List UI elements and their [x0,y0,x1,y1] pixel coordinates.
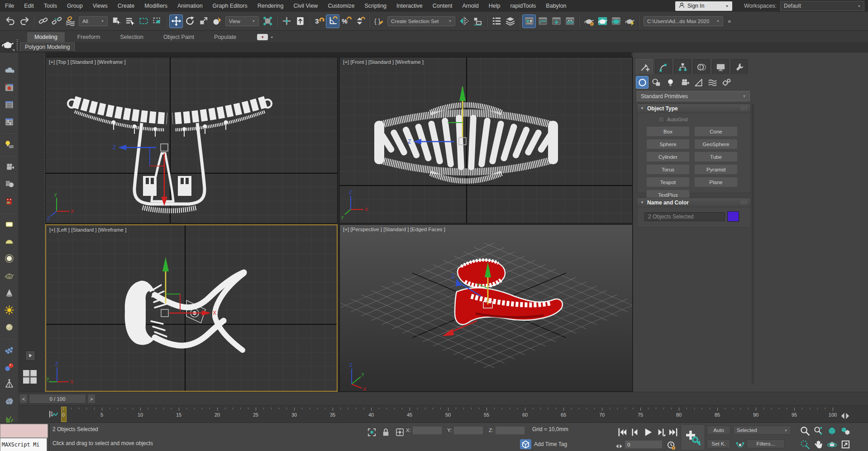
molecule-icon[interactable] [2,361,16,373]
frame-step-forward-button[interactable]: > [87,394,95,404]
cameras-icon[interactable] [678,76,690,88]
viewport-layout-tabs[interactable] [22,369,38,385]
object-type-button-teapot[interactable]: Teapot [646,177,690,187]
command-panel-scrollbar[interactable] [752,104,754,384]
select-by-name-icon[interactable] [124,15,136,28]
object-type-button-cylinder[interactable]: Cylinder [646,152,690,162]
zoom-extents-button[interactable] [826,425,838,436]
sign-in-button[interactable]: Sign In ▼ [675,1,732,11]
menu-animation[interactable]: Animation [172,0,208,12]
cone-icon[interactable] [2,286,16,299]
object-type-button-cone[interactable]: Cone [694,126,738,137]
menu-babylon[interactable]: Babylon [541,0,571,12]
spinner-snap-toggle-icon[interactable] [353,15,366,28]
go-to-end-button[interactable] [667,426,679,438]
track-bar-pan-icon[interactable] [839,409,851,422]
go-to-start-button[interactable] [616,426,629,438]
space-warps-icon[interactable] [706,76,718,88]
geometry-icon[interactable] [636,76,648,88]
area-light-icon[interactable] [2,218,16,230]
curve-editor-icon[interactable] [536,15,549,28]
select-and-manipulate-icon[interactable] [280,15,293,28]
mini-curve-editor-icon[interactable] [47,408,59,420]
pan-view-button[interactable] [812,439,825,450]
use-pivot-point-icon[interactable] [261,15,274,28]
object-type-button-geosphere[interactable]: GeoSphere [694,139,738,149]
dope-sheet-icon[interactable] [550,15,563,28]
viewport-front[interactable]: [+] [Front ] [Standard ] [Wireframe ] Z [339,57,633,223]
expand-panel-button[interactable] [25,351,35,361]
selection-filter-dropdown[interactable]: All▼ [79,16,108,26]
object-color-swatch[interactable] [727,211,739,222]
camera-sphere-icon[interactable] [2,178,16,190]
polygon-modeling-panel-button[interactable]: Polygon Modeling [20,43,75,52]
menu-rendering[interactable]: Rendering [253,0,289,12]
material-editor-icon[interactable] [582,15,595,28]
track-bar[interactable]: 0510152025303540455055606570758085909510… [18,405,868,423]
toolbar-overflow-chevron[interactable]: » [728,18,731,24]
frame-step-back-button[interactable]: < [19,394,28,404]
time-configuration-icon[interactable] [665,439,677,451]
unlink-selection-icon[interactable] [50,15,63,28]
ribbon-teapot-icon[interactable] [1,38,14,52]
menu-help[interactable]: Help [484,0,506,12]
ribbon-tab-populate[interactable]: Populate [207,32,243,42]
menu-group[interactable]: Group [62,0,88,12]
sun-icon[interactable] [2,304,16,316]
y-coordinate-field[interactable] [453,426,483,435]
select-object-icon[interactable] [110,15,123,28]
menu-tools[interactable]: Tools [39,0,62,12]
keyboard-shortcut-override-icon[interactable] [294,15,306,28]
zoom-region-button[interactable] [799,439,811,450]
next-frame-button[interactable] [654,426,667,438]
rendered-frame-window-icon[interactable] [610,15,622,28]
auto-key-button[interactable]: Auto [707,426,730,435]
modify-tab[interactable] [655,59,672,74]
time-tag-icon[interactable] [520,439,531,449]
time-slider-handle[interactable]: 0 / 100 [29,394,86,404]
align-icon[interactable] [471,15,484,28]
ribbon-minimize-control[interactable]: ▼ ▼ [257,34,273,42]
maxscript-mini-listener[interactable]: MAXScript Mi [0,424,48,451]
ribbon-tab-object-paint[interactable]: Object Paint [156,32,201,42]
camera-icon[interactable] [2,161,16,173]
object-type-button-sphere[interactable]: Sphere [646,139,690,149]
mirror-icon[interactable] [458,15,470,28]
viewport-left-label[interactable]: [+] [Left ] [Standard ] [Wireframe ] [49,227,126,233]
play-button[interactable] [641,426,654,438]
zoom-button[interactable] [799,425,811,436]
camera-red-icon[interactable] [2,195,16,208]
create-tab[interactable] [636,59,653,74]
set-keys-button[interactable] [681,424,705,451]
list-panel-icon[interactable] [2,98,16,111]
shapes-icon[interactable] [650,76,662,88]
angle-snap-toggle-icon[interactable] [326,15,339,28]
primitive-category-dropdown[interactable]: Standard Primitives ▼ [637,91,750,101]
ribbon-tab-modeling[interactable]: Modeling [27,32,65,42]
percent-snap-toggle-icon[interactable]: % [340,15,353,28]
object-type-button-plane[interactable]: Plane [694,177,738,187]
object-name-field[interactable]: 2 Objects Selected [644,212,725,221]
maximize-viewport-toggle[interactable] [839,439,852,450]
toggle-scene-explorer-icon[interactable] [490,15,503,28]
systems-icon[interactable] [720,76,732,88]
autogrid-checkbox[interactable] [658,116,664,123]
edit-named-selection-sets-icon[interactable]: { } [372,15,385,28]
frame-spinner-arrows-icon[interactable] [615,440,623,451]
menu-scripting[interactable]: Scripting [359,0,391,12]
x-coordinate-field[interactable] [412,426,442,435]
viewport-front-label[interactable]: [+] [Front ] [Standard ] [Wireframe ] [343,59,424,65]
absolute-mode-toggle[interactable] [393,426,406,438]
key-filters-icon[interactable] [734,439,746,451]
reference-coordinate-dropdown[interactable]: View▼ [225,16,259,26]
menu-content[interactable]: Content [428,0,458,12]
z-coordinate-field[interactable] [495,426,525,435]
key-filters-button[interactable]: Filters... [747,439,785,448]
menu-interactive[interactable]: Interactive [391,0,428,12]
sphere-icon[interactable] [2,321,16,333]
project-folder-dropdown[interactable]: C:\Users\Ad...ds Max 2020▼ [644,16,723,26]
selection-lock-toggle[interactable] [379,426,392,438]
object-type-button-box[interactable]: Box [646,126,690,137]
wire-teapot-icon[interactable] [2,269,16,282]
viewport-top-label[interactable]: [+] [Top ] [Standard ] [Wireframe ] [49,59,126,65]
